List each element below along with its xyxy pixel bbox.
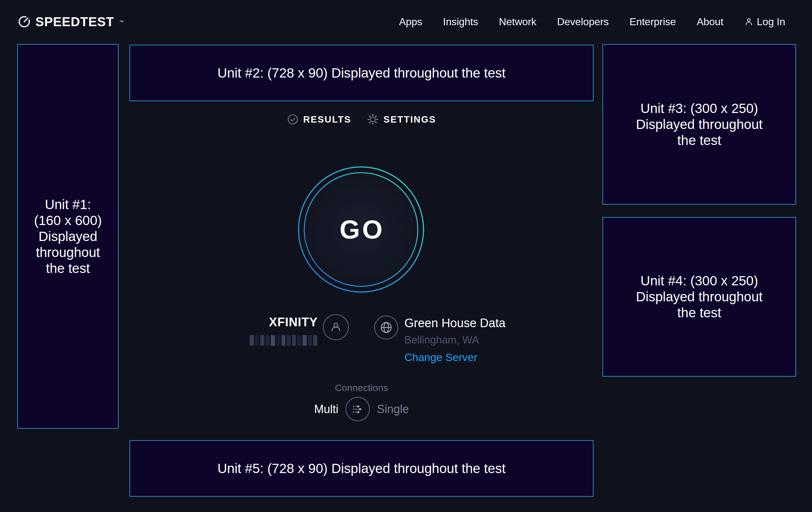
connections-multi-option[interactable]: Multi: [314, 403, 338, 416]
server-name: Green House Data: [404, 316, 505, 330]
connections-toggle[interactable]: [345, 397, 370, 421]
nav-item-about[interactable]: About: [697, 16, 723, 28]
connections-single-option[interactable]: Single: [377, 403, 409, 416]
nav-item-developers[interactable]: Developers: [557, 16, 609, 28]
nav-item-insights[interactable]: Insights: [443, 16, 478, 28]
person-icon: [329, 320, 343, 334]
isp-person-badge[interactable]: [323, 314, 349, 340]
speedometer-logo-icon: [18, 15, 31, 28]
logo-trademark: ™: [119, 19, 124, 25]
connections-label: Connections: [129, 382, 593, 393]
login-button[interactable]: Log In: [744, 16, 785, 28]
nav-item-enterprise[interactable]: Enterprise: [630, 16, 676, 28]
multi-connection-icon: [350, 402, 365, 417]
tab-settings-label: SETTINGS: [383, 114, 436, 125]
nav-item-network[interactable]: Network: [499, 16, 536, 28]
ad-unit-3-rectangle[interactable]: Unit #3: (300 x 250) Displayed throughou…: [603, 44, 796, 205]
server-globe-badge[interactable]: [374, 315, 398, 340]
globe-icon: [379, 320, 394, 335]
go-button-label: GO: [297, 166, 425, 293]
connections-row: Multi Single: [129, 397, 593, 421]
check-circle-icon: [287, 114, 298, 125]
ad-unit-4-rectangle[interactable]: Unit #4: (300 x 250) Displayed throughou…: [603, 217, 796, 377]
change-server-link[interactable]: Change Server: [404, 351, 505, 363]
ad-unit-2-leaderboard[interactable]: Unit #2: (728 x 90) Displayed throughout…: [129, 45, 593, 101]
tab-results[interactable]: RESULTS: [287, 114, 351, 125]
go-button[interactable]: GO: [297, 166, 425, 293]
speedtest-logo[interactable]: SPEEDTEST ™: [18, 15, 124, 29]
ad-unit-5-leaderboard[interactable]: Unit #5: (728 x 90) Displayed throughout…: [129, 440, 593, 497]
top-navbar: SPEEDTEST ™ Apps Insights Network Develo…: [0, 0, 812, 44]
user-icon: [744, 17, 754, 26]
nav-links: Apps Insights Network Developers Enterpr…: [399, 16, 785, 28]
logo-wordmark: SPEEDTEST: [35, 15, 114, 29]
ad-unit-5-text: Unit #5: (728 x 90) Displayed throughout…: [218, 461, 506, 477]
login-label: Log In: [757, 16, 785, 28]
tab-results-label: RESULTS: [303, 114, 351, 125]
ad-unit-4-text: Unit #4: (300 x 250) Displayed throughou…: [636, 273, 762, 321]
ad-unit-1-text: Unit #1: (160 x 600) Displayed throughou…: [34, 197, 102, 276]
nav-item-apps[interactable]: Apps: [399, 16, 422, 28]
ad-unit-3-text: Unit #3: (300 x 250) Displayed throughou…: [636, 101, 762, 149]
speedtest-page: SPEEDTEST ™ Apps Insights Network Develo…: [0, 0, 812, 512]
ad-unit-2-text: Unit #2: (728 x 90) Displayed throughout…: [218, 65, 506, 81]
gear-icon: [367, 114, 379, 125]
server-location: Bellingham, WA: [404, 334, 505, 346]
isp-name: XFINITY: [204, 315, 318, 329]
tab-bar: RESULTS SETTING: [129, 114, 593, 125]
ad-unit-1-skyscraper[interactable]: Unit #1: (160 x 600) Displayed throughou…: [17, 44, 119, 429]
redacted-ip-address: [250, 335, 317, 346]
server-info: Green House Data Bellingham, WA Change S…: [404, 316, 505, 363]
tab-settings[interactable]: SETTINGS: [367, 114, 436, 125]
